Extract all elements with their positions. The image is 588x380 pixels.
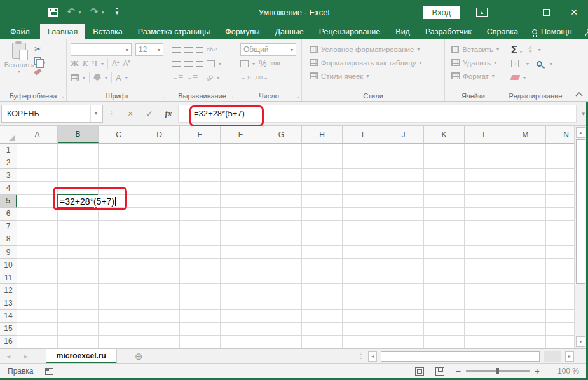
- grid-row[interactable]: [17, 297, 574, 310]
- horizontal-scrollbar-track[interactable]: [544, 351, 561, 362]
- grid-row[interactable]: [17, 310, 574, 323]
- tab-formulas[interactable]: Формулы: [217, 24, 267, 39]
- row-header-12[interactable]: 12: [0, 284, 17, 297]
- grid-row[interactable]: [17, 271, 574, 284]
- zoom-out-icon[interactable]: −: [456, 366, 461, 376]
- find-select-icon[interactable]: [537, 61, 542, 67]
- tab-data[interactable]: Данные: [268, 24, 311, 39]
- autosum-button[interactable]: Σ ▾: [511, 44, 523, 55]
- undo-icon[interactable]: ↶: [67, 7, 75, 17]
- grid-row[interactable]: [17, 284, 574, 297]
- horizontal-scrollbar-thumb[interactable]: [381, 351, 540, 362]
- scroll-right-icon[interactable]: ►: [565, 351, 574, 362]
- row-header-10[interactable]: 10: [0, 259, 17, 271]
- grid-row[interactable]: [17, 169, 574, 182]
- tab-view[interactable]: Вид: [388, 24, 418, 39]
- column-header-F[interactable]: F: [221, 126, 261, 143]
- column-header-C[interactable]: C: [99, 126, 139, 143]
- column-header-A[interactable]: A: [17, 126, 58, 143]
- zoom-level[interactable]: 100 %: [551, 367, 579, 376]
- tab-insert[interactable]: Вставка: [85, 24, 130, 39]
- splitter-dots-icon[interactable]: ⋮: [358, 353, 364, 360]
- row-header-7[interactable]: 7: [0, 221, 17, 233]
- grid-row[interactable]: [17, 233, 574, 246]
- grid-row[interactable]: [17, 246, 574, 259]
- insert-function-icon[interactable]: fx: [159, 109, 178, 119]
- sheet-next-icon[interactable]: ►: [17, 349, 34, 363]
- column-header-K[interactable]: K: [424, 126, 465, 143]
- row-header-3[interactable]: 3: [0, 169, 17, 182]
- grid-row[interactable]: [17, 336, 574, 348]
- tab-home[interactable]: Главная: [40, 24, 86, 39]
- row-header-16[interactable]: 16: [0, 336, 17, 348]
- row-header-4[interactable]: 4: [0, 182, 17, 194]
- row-header-6[interactable]: 6: [0, 208, 17, 221]
- font-dialog-launcher-icon[interactable]: ⌟: [163, 93, 165, 99]
- grid-row[interactable]: [17, 156, 574, 169]
- column-header-D[interactable]: D: [139, 126, 180, 143]
- cancel-entry-icon[interactable]: ×: [121, 109, 140, 119]
- scroll-down-icon[interactable]: ▼: [576, 336, 585, 347]
- grid-rows[interactable]: [17, 144, 574, 348]
- enter-entry-icon[interactable]: ✓: [140, 109, 159, 119]
- alignment-dialog-launcher-icon[interactable]: ⌟: [231, 93, 233, 99]
- customize-qat-icon[interactable]: ▾: [116, 8, 119, 16]
- expand-formula-bar-icon[interactable]: ▾: [582, 111, 585, 117]
- grid-row[interactable]: [17, 259, 574, 271]
- minimize-button[interactable]: —: [504, 0, 532, 24]
- horizontal-scrollbar[interactable]: ⋮ ◄ ►: [358, 349, 588, 363]
- spreadsheet-grid[interactable]: ABCDEFGHIJKLMN 12345678910111213141516: [0, 126, 574, 348]
- tab-developer[interactable]: Разработчик: [418, 24, 479, 39]
- save-icon[interactable]: [48, 8, 58, 17]
- select-all-corner[interactable]: [0, 126, 17, 143]
- scroll-up-icon[interactable]: ▲: [576, 127, 585, 138]
- column-header-G[interactable]: G: [261, 126, 302, 143]
- tab-review[interactable]: Рецензирование: [311, 24, 388, 39]
- cut-icon[interactable]: ✂: [34, 44, 45, 54]
- number-dialog-launcher-icon[interactable]: ⌟: [296, 93, 299, 99]
- signin-button[interactable]: Вход: [423, 6, 460, 19]
- row-header-8[interactable]: 8: [0, 233, 17, 246]
- name-box-dropdown-icon[interactable]: ▾: [90, 105, 97, 122]
- grid-row[interactable]: [17, 323, 574, 336]
- zoom-slider-handle[interactable]: [496, 368, 499, 374]
- column-header-N[interactable]: N: [546, 126, 574, 143]
- new-sheet-icon[interactable]: ⊕: [126, 349, 152, 363]
- row-header-13[interactable]: 13: [0, 297, 17, 310]
- page-layout-view-icon[interactable]: [415, 367, 424, 376]
- column-header-J[interactable]: J: [383, 126, 424, 143]
- row-header-2[interactable]: 2: [0, 156, 17, 169]
- vertical-scrollbar[interactable]: ▲ ▼: [574, 126, 586, 348]
- row-header-11[interactable]: 11: [0, 271, 17, 284]
- clipboard-dialog-launcher-icon[interactable]: ⌟: [61, 93, 64, 99]
- zoom-in-icon[interactable]: +: [535, 366, 540, 376]
- maximize-button[interactable]: [532, 0, 560, 24]
- share-control[interactable]: Поделиться: [578, 24, 588, 39]
- tab-help[interactable]: Справка: [479, 24, 526, 39]
- redo-icon[interactable]: ↷: [90, 7, 98, 17]
- sheet-tab-active[interactable]: microexcel.ru: [46, 349, 117, 363]
- sheet-prev-icon[interactable]: ◄: [0, 349, 17, 363]
- collapse-ribbon-icon[interactable]: [575, 90, 583, 98]
- scroll-left-icon[interactable]: ◄: [368, 351, 377, 362]
- macro-record-icon[interactable]: [45, 368, 53, 375]
- row-header-15[interactable]: 15: [0, 323, 17, 336]
- column-header-I[interactable]: I: [343, 126, 383, 143]
- column-header-L[interactable]: L: [465, 126, 505, 143]
- clear-icon[interactable]: [510, 75, 521, 80]
- name-box[interactable]: КОРЕНЬ ▾: [1, 105, 103, 123]
- row-header-14[interactable]: 14: [0, 310, 17, 323]
- row-header-5[interactable]: 5: [0, 195, 17, 208]
- ribbon-display-options-icon[interactable]: ▴: [476, 8, 488, 17]
- page-break-view-icon[interactable]: [435, 367, 444, 376]
- grid-row[interactable]: [17, 144, 574, 156]
- column-header-E[interactable]: E: [180, 126, 221, 143]
- redo-dropdown-icon[interactable]: ▾: [102, 10, 104, 15]
- column-header-H[interactable]: H: [302, 126, 343, 143]
- column-header-M[interactable]: M: [505, 126, 546, 143]
- assistant-control[interactable]: Помощн: [526, 24, 578, 39]
- close-button[interactable]: ✕: [560, 0, 588, 24]
- vertical-scrollbar-thumb[interactable]: [576, 139, 585, 284]
- grid-row[interactable]: [17, 221, 574, 233]
- format-painter-icon[interactable]: [34, 68, 41, 75]
